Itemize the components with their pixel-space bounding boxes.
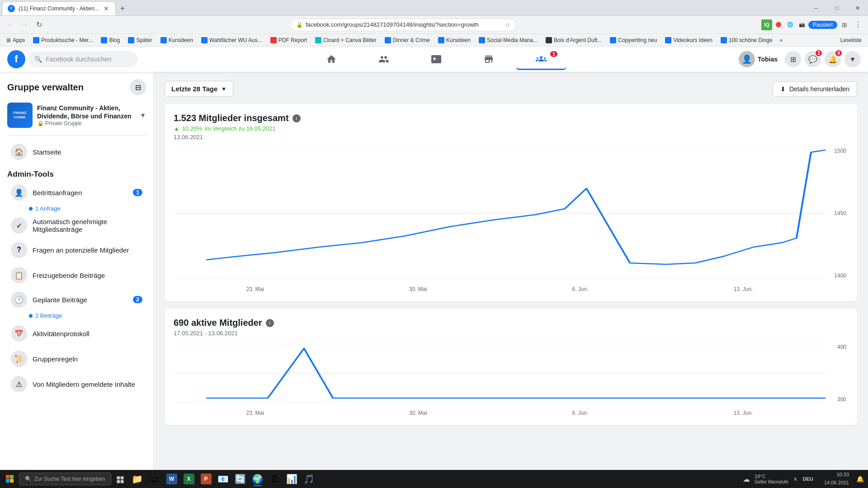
download-icon: ⬇ <box>780 85 786 93</box>
bookmark-copywriting[interactable]: Copywriting neu <box>606 36 660 44</box>
bookmark-social[interactable]: Social Media Mana... <box>475 36 541 44</box>
taskbar-weather-temp[interactable]: 18°C Gelbe Warnstufe <box>753 474 790 484</box>
fb-search-bar[interactable]: 🔍 Facebook durchsuchen <box>29 51 137 67</box>
chart1-date: 13.06.2021 <box>174 134 848 141</box>
sidebar-item-beitrittsanfragen[interactable]: 👤 Beitrittsanfragen 1 <box>4 181 150 204</box>
sidebar-title-icon[interactable]: ⊟ <box>130 79 146 95</box>
taskbar-app-files[interactable]: 🗂 <box>146 471 163 487</box>
bookmark-kursideen2[interactable]: Kursideen <box>434 36 474 44</box>
bookmark-star-icon[interactable]: ☆ <box>505 21 510 28</box>
messenger-button[interactable]: 💬 2 <box>805 51 821 67</box>
apps-label: Apps <box>13 37 25 43</box>
nav-friends[interactable] <box>359 48 409 70</box>
bookmark-canva[interactable]: Cloard + Canva Bilder <box>311 36 380 44</box>
bookmark-wahlfaecher[interactable]: Wahlfächer WU Aus... <box>198 36 266 44</box>
taskbar-weather-icon[interactable]: ☁ <box>741 473 752 485</box>
notification-center-button[interactable]: 🔔 <box>854 471 866 487</box>
bookmark-bois[interactable]: Bois d'Argent Duft... <box>542 36 605 44</box>
taskbar-app-word[interactable]: W <box>164 471 180 487</box>
extension-icon-3[interactable]: 📸 <box>797 19 807 30</box>
reload-button[interactable]: ↻ <box>33 19 45 31</box>
taskbar-app-calendar[interactable]: 🗓 <box>267 471 283 487</box>
sidebar-item-label: Startseite <box>33 148 61 156</box>
bookmark-icon <box>315 37 321 43</box>
sidebar-item-startseite[interactable]: 🏠 Startseite <box>4 139 150 164</box>
tab-favicon: f <box>8 5 15 12</box>
taskbar-up-arrow[interactable]: ∧ <box>791 474 800 483</box>
sidebar-item-fragen[interactable]: ? Fragen an potenzielle Mitglieder <box>4 237 150 263</box>
taskbar-lang-label[interactable] <box>816 477 820 481</box>
extension-icon-iq[interactable]: IQ <box>761 19 772 30</box>
sidebar-item-freizugebende[interactable]: 📋 Freizugebende Beiträge <box>4 263 150 288</box>
search-placeholder-text: Facebook durchsuchen <box>46 56 112 63</box>
fb-profile-btn[interactable]: 👤 Tobias <box>735 49 781 69</box>
x2-label-6jun: 6. Jun. <box>572 410 589 416</box>
taskbar-app-excel[interactable]: X <box>181 471 197 487</box>
group-info[interactable]: FINANZCOMM. Finanz Community - Aktien, D… <box>0 99 153 131</box>
group-avatar: FINANZCOMM. <box>7 103 33 128</box>
nav-watch[interactable] <box>411 48 462 70</box>
date-filter-button[interactable]: Letzte 28 Tage ▼ <box>165 81 233 97</box>
sidebar-item-gruppenregeln[interactable]: 📜 Gruppenregeln <box>4 346 150 371</box>
sidebar-item-automatisch[interactable]: ✓ Automatisch genehmigte Mitgliedsanträg… <box>4 214 150 237</box>
taskbar-app-stats[interactable]: 📊 <box>284 471 300 487</box>
apps-bookmark[interactable]: ⊞ Apps <box>3 36 28 44</box>
taskbar-search-box[interactable]: 🔍 Zur Suche Text hier eingeben <box>19 473 111 485</box>
sidebar-item-aktivitaeten[interactable]: 📅 Aktivitätenprotokoll <box>4 321 150 346</box>
bookmark-100dinge[interactable]: 100 schöne Dinge <box>717 36 776 44</box>
browser-menu-button[interactable]: ⋮ <box>852 19 864 31</box>
address-bar[interactable]: 🔒 facebook.com/groups/214827109704148/in… <box>290 19 516 31</box>
bookmark-blog[interactable]: Blog <box>97 36 123 44</box>
taskbar-app-1[interactable]: 🔄 <box>232 471 249 487</box>
chart1-info-icon[interactable]: i <box>292 114 301 122</box>
lock-icon: 🔒 <box>296 22 303 28</box>
bookmark-pdf[interactable]: PDF Report <box>267 36 311 44</box>
x-label-30mai: 30. Mai <box>409 286 427 292</box>
nav-groups[interactable]: 1 <box>516 48 566 70</box>
taskbar-app-spotify[interactable]: 🎵 <box>301 471 317 487</box>
extension-icon-2[interactable]: 🌐 <box>785 19 796 30</box>
beitrittsanfragen-sub: 1 Anfrage <box>29 205 153 212</box>
bookmark-icon <box>160 37 167 43</box>
group-name: Finanz Community - Aktien, Dividende, Bö… <box>37 104 135 120</box>
back-button[interactable]: ← <box>4 19 16 31</box>
task-view-button[interactable] <box>112 471 128 487</box>
start-button[interactable] <box>2 471 18 487</box>
chart1-title: 1.523 Mitglieder insgesamt <box>174 113 289 123</box>
minimize-button[interactable]: ─ <box>806 0 826 16</box>
bookmark-dinner[interactable]: Dinner & Crime <box>381 36 434 44</box>
grid-menu-button[interactable]: ⊞ <box>785 51 801 67</box>
taskbar-app-chrome[interactable]: 🌍 <box>250 471 266 487</box>
taskbar-app-powerpoint[interactable]: P <box>198 471 214 487</box>
bookmark-icon <box>385 37 391 43</box>
tab-close-button[interactable]: ✕ <box>103 5 110 12</box>
account-menu-button[interactable]: ▼ <box>844 51 861 67</box>
close-button[interactable]: ✕ <box>847 0 868 16</box>
maximize-button[interactable]: □ <box>826 0 847 16</box>
notifications-button[interactable]: 🔔 9 <box>825 51 841 67</box>
new-tab-button[interactable]: + <box>116 2 129 15</box>
bookmark-produktsuche[interactable]: Produktsuche - Mer... <box>29 36 96 44</box>
download-button[interactable]: ⬇ Details herunterladen <box>773 81 857 97</box>
reading-list-button[interactable]: Leseliste <box>837 36 865 44</box>
pause-button[interactable]: Pausiert <box>808 21 837 29</box>
sidebar-item-gemeldete[interactable]: ⚠ Von Mitgliedern gemeldete Inhalte <box>4 371 150 397</box>
taskbar-keyboard-icon[interactable]: DEU <box>801 474 815 483</box>
taskbar-clock[interactable]: 10:33 14.06.2021 <box>821 469 853 488</box>
extensions-button[interactable]: ⊞ <box>838 19 851 31</box>
nav-home[interactable] <box>306 48 357 70</box>
bookmark-spaeter[interactable]: Später <box>124 36 156 44</box>
bookmark-videokurs[interactable]: Videokurs Ideen <box>661 36 716 44</box>
extension-icon-1[interactable]: 🔴 <box>773 19 784 30</box>
chart2-info-icon[interactable]: i <box>266 319 274 327</box>
bookmarks-more[interactable]: » <box>777 36 786 44</box>
bookmark-kursideen[interactable]: Kursideen <box>157 36 197 44</box>
taskbar-app-mail[interactable]: 📧 <box>215 471 231 487</box>
taskbar-app-explorer[interactable]: 📁 <box>129 471 146 487</box>
fb-logo[interactable]: f <box>7 50 25 68</box>
browser-tab[interactable]: f (11) Finanz Community - Aktien... ✕ <box>2 1 116 15</box>
nav-marketplace[interactable] <box>463 48 514 70</box>
forward-button[interactable]: → <box>18 19 31 31</box>
sidebar-item-geplante[interactable]: 🕐 Geplante Beiträge 2 <box>4 288 150 311</box>
x2-label-23mai: 23. Mai <box>246 410 264 416</box>
